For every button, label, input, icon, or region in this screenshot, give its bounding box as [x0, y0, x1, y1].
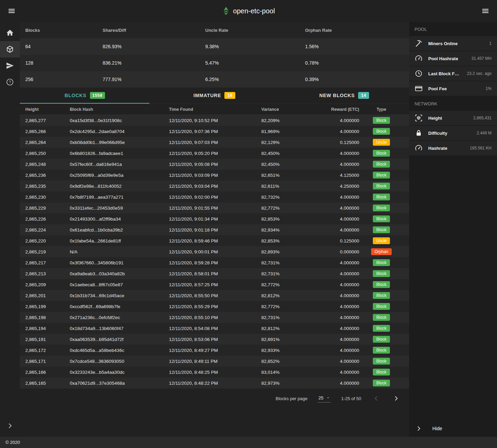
cell-block-hash: 0x7b8f7199...aea377a271 — [70, 195, 169, 200]
info-item-pool-hashrate: Pool Hashrate 31.457 MH — [409, 51, 497, 66]
table-row: 2,865,171 0x7cdce548...3636093050 12/11/… — [20, 356, 409, 367]
nav-help[interactable]: ? — [0, 74, 20, 90]
cell-time-found: 12/11/2020, 9:10:52 PM — [169, 118, 261, 123]
cell-block-hash: 0x271a236c...0efcfdf2ec — [70, 315, 169, 320]
cell-variance: 82,772% — [261, 282, 278, 287]
brand: open-etc-pool — [222, 6, 275, 15]
cell-height: 2,865,213 — [25, 271, 70, 276]
cell-time-found: 12/11/2020, 9:01:18 PM — [169, 227, 261, 233]
stats-body: 64 826.93% 9.38% 1.56% 128 836.21% 5.47%… — [20, 38, 409, 88]
type-chip: Block — [373, 358, 390, 365]
info-value: 2,865,431 — [473, 116, 492, 120]
cell-variance: 82,772% — [261, 206, 278, 211]
tab-badge: 14 — [358, 92, 369, 99]
cell-reward: 4.000000 — [278, 227, 359, 233]
cell-variance: 82,731% — [261, 315, 278, 320]
stats-cell-shares-diff: 777.91% — [103, 77, 205, 82]
cell-height: 2,865,250 — [25, 151, 70, 156]
gauge-icon — [415, 144, 423, 152]
type-chip: Block — [373, 117, 390, 124]
svg-text:?: ? — [9, 80, 11, 84]
cell-reward: 4.000000 — [278, 118, 359, 123]
page-size-value: 25 — [318, 395, 323, 400]
payment-card-icon — [415, 84, 423, 93]
cell-height: 2,865,229 — [25, 206, 70, 211]
tab[interactable]: BLOCKS 1558 — [20, 88, 149, 104]
stats-cell-uncle-rate: 6.25% — [205, 77, 305, 82]
table-row: 2,865,199 0xccdf562f...69a698b7fe 12/11/… — [20, 301, 409, 312]
cell-time-found: 12/11/2020, 8:49:11 PM — [169, 359, 261, 364]
cell-type: Block — [359, 226, 404, 233]
cell-height: 2,865,171 — [25, 359, 70, 364]
table-row: 2,865,277 0xa15d3f38...0e31f1908c 12/11/… — [20, 115, 409, 126]
cell-block-hash: 0x57fec60f...da616e941a — [70, 162, 169, 167]
cell-variance: 82,691% — [261, 337, 278, 342]
info-value: 23.2 sec. ago — [467, 71, 492, 76]
nav-blocks[interactable] — [0, 41, 20, 57]
cell-block-hash: 0x18d734a9...13b6060f47 — [70, 326, 169, 331]
cell-type: Uncle — [359, 237, 404, 244]
cell-time-found: 12/11/2020, 8:53:06 PM — [169, 337, 261, 342]
cell-height: 2,865,166 — [25, 370, 70, 375]
tab[interactable]: NEW BLOCKS 14 — [279, 88, 409, 104]
stats-row: 64 826.93% 9.38% 1.56% — [20, 38, 409, 55]
cell-time-found: 12/11/2020, 8:55:29 PM — [169, 304, 261, 309]
type-chip: Block — [373, 150, 390, 157]
menu-button-right[interactable] — [480, 5, 491, 16]
cell-block-hash: 0x25095f69...a0d39e9e5a — [70, 173, 169, 178]
cell-type: Block — [359, 205, 404, 211]
cell-block-hash: 0x1b31b734...69c1d45ace — [70, 293, 169, 298]
type-chip: Block — [373, 128, 390, 135]
cell-reward: 0.125000 — [278, 238, 359, 243]
cell-variance: 82,933% — [261, 348, 278, 353]
type-chip: Block — [373, 314, 390, 321]
footer: © 2020 — [0, 437, 497, 448]
main-content: Blocks Shares/Diff Uncle Rate Orphan Rat… — [20, 22, 409, 437]
cell-time-found: 12/11/2020, 8:48:22 PM — [169, 381, 261, 386]
prev-page-button[interactable] — [371, 394, 381, 403]
cell-time-found: 12/11/2020, 9:03:04 PM — [169, 184, 261, 189]
page-size-select[interactable]: 25 — [318, 395, 331, 403]
cell-height: 2,865,226 — [25, 216, 70, 222]
nav-payments[interactable] — [0, 57, 20, 74]
cell-variance: 82,651% — [261, 173, 278, 178]
cell-reward: 4.000000 — [278, 381, 359, 386]
cell-variance: 82,973% — [261, 381, 278, 386]
cell-variance: 82,611% — [261, 184, 278, 189]
cell-block-hash: 0xb08dd0b1...99e066d95e — [70, 140, 169, 145]
info-label: Difficulty — [428, 131, 447, 136]
type-chip: Block — [373, 336, 390, 343]
cell-block-hash: 0x3311efec...20453d0e59 — [70, 206, 169, 211]
stats-row: 256 777.91% 6.25% 0.39% — [20, 71, 409, 88]
cell-reward: 4.000000 — [278, 293, 359, 298]
tab[interactable]: IMMATURE 16 — [149, 88, 279, 104]
cell-height: 2,865,217 — [25, 260, 70, 265]
info-label: Pool Hashrate — [428, 56, 458, 61]
cell-type: Block — [359, 325, 404, 332]
pagination: Blocks per page 25 1-25 of 50 — [20, 388, 409, 408]
info-label: Hashrate — [428, 146, 447, 151]
cell-block-hash: 0xccdf562f...69a698b7fe — [70, 304, 169, 309]
chevron-right-icon — [393, 395, 400, 402]
send-icon — [6, 62, 14, 70]
cell-variance: 82,209% — [261, 118, 278, 123]
cell-variance: 82,852% — [261, 359, 278, 364]
stats-cell-orphan-rate: 0.39% — [305, 77, 404, 82]
tab-badge: 1558 — [90, 92, 105, 99]
cube-icon — [6, 45, 14, 53]
stats-cell-orphan-rate: 1.56% — [305, 44, 404, 49]
next-page-button[interactable] — [391, 394, 401, 403]
hide-panel-button[interactable]: Hide — [409, 420, 497, 437]
info-value: 2.449 M — [477, 131, 492, 135]
menu-button-left[interactable] — [6, 5, 17, 16]
type-chip: Block — [373, 303, 390, 310]
cell-variance: 82,129% — [261, 140, 278, 145]
nav-home[interactable] — [0, 25, 20, 41]
chevron-right-icon — [6, 422, 14, 430]
cell-variance: 82,450% — [261, 162, 278, 167]
info-label: Miners Online — [428, 41, 458, 46]
info-label: Last Block Fo… — [428, 71, 461, 76]
cell-type: Block — [359, 172, 404, 179]
rail-expand-button[interactable] — [0, 418, 20, 434]
blocks-table-body: 2,865,277 0xa15d3f38...0e31f1908c 12/11/… — [20, 115, 409, 388]
